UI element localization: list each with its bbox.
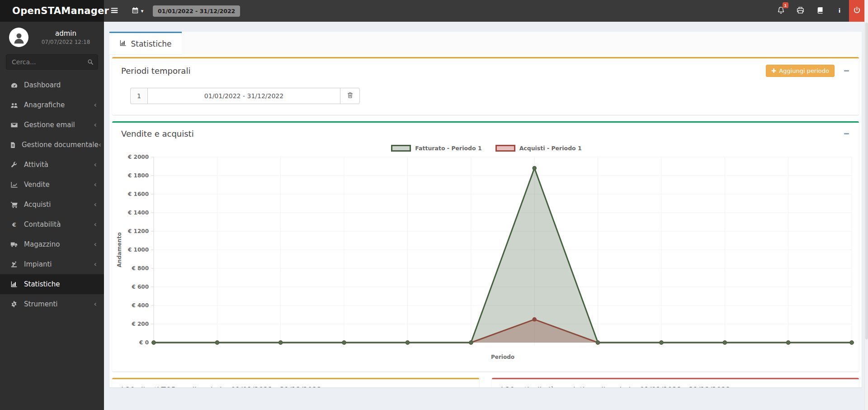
top-clients-header: I 20 clienti TOP per il periodo: 01/01/2… (112, 379, 479, 387)
legend-label: Acquisti - Periodo 1 (519, 145, 582, 152)
euro-icon: € (9, 221, 19, 228)
info-button[interactable]: i (830, 0, 849, 22)
sidebar-item-label: Acquisti (24, 200, 94, 209)
power-icon (853, 6, 861, 15)
top-articles-panel: I 20 articoli più venduti per il periodo… (492, 378, 859, 387)
top-articles-header: I 20 articoli più venduti per il periodo… (492, 379, 859, 387)
bar-chart-icon (119, 39, 127, 48)
hamburger-icon (110, 6, 118, 16)
tachometer-icon (9, 81, 19, 89)
sidebar-menu: DashboardAnagrafiche‹Gestione email‹Gest… (0, 75, 104, 314)
period-range-input[interactable] (147, 88, 340, 104)
printer-icon (797, 6, 804, 15)
delete-period-button[interactable] (340, 88, 360, 104)
top-clients-panel: I 20 clienti TOP per il periodo: 01/01/2… (112, 378, 479, 387)
sidebar-item-contabilità[interactable]: €Contabilità‹ (0, 215, 104, 234)
topbar-actions: 1 i (771, 0, 864, 22)
period-index: 1 (130, 88, 147, 104)
main-content: Statistiche Periodi temporali ✚ Aggiungi… (104, 22, 864, 410)
periods-panel-title: Periodi temporali (121, 66, 766, 76)
tab-statistiche[interactable]: Statistiche (109, 32, 182, 54)
svg-text:€ 1600: € 1600 (127, 191, 149, 197)
wrench-icon (9, 161, 19, 168)
sidebar-item-label: Gestione email (24, 121, 94, 129)
add-period-button[interactable]: ✚ Aggiungi periodo (766, 65, 835, 77)
legend-label: Fatturato - Periodo 1 (415, 145, 481, 152)
sidebar-item-label: Strumenti (24, 300, 94, 308)
sidebar-item-label: Dashboard (24, 81, 97, 89)
sales-panel: Vendite e acquisti Fatturato - Periodo 1… (112, 121, 859, 372)
svg-text:€ 1800: € 1800 (127, 172, 149, 179)
sidebar-item-label: Statistiche (24, 280, 97, 288)
bottom-row: I 20 clienti TOP per il periodo: 01/01/2… (112, 378, 859, 387)
sidebar-item-impianti[interactable]: Impianti‹ (0, 254, 104, 274)
sales-chart: € 0€ 200€ 400€ 600€ 800€ 1000€ 1200€ 140… (114, 153, 854, 362)
legend-item[interactable]: Fatturato - Periodo 1 (391, 145, 481, 152)
bar-chart-icon (9, 281, 19, 288)
chevron-left-icon: ‹ (94, 161, 97, 168)
chart-body: Fatturato - Periodo 1Acquisti - Periodo … (112, 144, 859, 372)
legend-item[interactable]: Acquisti - Periodo 1 (495, 145, 582, 152)
tabs-row: Statistiche (109, 32, 862, 54)
calendar-dropdown-button[interactable] (127, 0, 147, 22)
search-input[interactable] (6, 54, 98, 70)
users-icon (9, 101, 19, 109)
page-scrollbar[interactable] (864, 0, 868, 410)
collapse-top-articles-button[interactable] (843, 386, 850, 388)
svg-text:Periodo: Periodo (491, 354, 514, 360)
logout-button[interactable] (849, 0, 864, 22)
sidebar-item-statistiche[interactable]: Statistiche (0, 274, 104, 294)
sidebar-search (6, 54, 98, 70)
chart-legend: Fatturato - Periodo 1Acquisti - Periodo … (114, 144, 859, 153)
svg-text:i: i (838, 7, 840, 14)
periods-body: 1 (112, 82, 859, 115)
sidebar-item-gestione-email[interactable]: Gestione email‹ (0, 115, 104, 135)
sidebar-item-strumenti[interactable]: Strumenti‹ (0, 294, 104, 314)
scrollbar-thumb[interactable] (865, 23, 868, 339)
user-datetime: 07/07/2022 12:18 (34, 39, 98, 45)
collapse-top-clients-button[interactable] (463, 386, 470, 388)
periods-panel-header: Periodi temporali ✚ Aggiungi periodo (112, 58, 859, 82)
tab-label: Statistiche (131, 39, 171, 48)
svg-text:€ 400: € 400 (131, 302, 149, 309)
svg-text:€: € (12, 221, 16, 228)
svg-text:€ 600: € 600 (131, 284, 149, 290)
envelope-icon (9, 121, 19, 129)
sidebar-item-vendite[interactable]: Vendite‹ (0, 175, 104, 195)
top-articles-title: I 20 articoli più venduti per il periodo… (501, 386, 835, 387)
top-navbar: OpenSTAManager 01/01/2022 - 31/12/2022 1 (0, 0, 868, 22)
sidebar-item-label: Anagrafiche (24, 101, 94, 109)
sidebar-item-gestione-documentale[interactable]: Gestione documentale‹ (0, 135, 104, 155)
book-icon (816, 7, 824, 15)
svg-text:€ 1200: € 1200 (127, 228, 149, 234)
notification-count-badge: 1 (783, 2, 788, 8)
sidebar-item-magazzino[interactable]: Magazzino‹ (0, 234, 104, 254)
document-icon (9, 142, 16, 148)
openstamanager-app: OpenSTAManager 01/01/2022 - 31/12/2022 1 (0, 0, 868, 410)
svg-text:€ 2000: € 2000 (127, 154, 149, 160)
date-range-chip[interactable]: 01/01/2022 - 31/12/2022 (153, 5, 240, 17)
sidebar-item-acquisti[interactable]: Acquisti‹ (0, 195, 104, 215)
chevron-left-icon: ‹ (94, 101, 97, 109)
chevron-left-icon: ‹ (94, 221, 97, 228)
sidebar-item-dashboard[interactable]: Dashboard (0, 75, 104, 95)
truck-icon (9, 241, 19, 248)
chart-line-icon (9, 181, 19, 189)
robot-arm-icon (9, 261, 19, 268)
docs-button[interactable] (810, 0, 830, 22)
legend-swatch (391, 145, 411, 152)
notifications-button[interactable]: 1 (771, 0, 791, 22)
sales-panel-header: Vendite e acquisti (112, 123, 859, 144)
chevron-left-icon: ‹ (94, 181, 97, 188)
collapse-periods-button[interactable] (843, 67, 850, 75)
chevron-left-icon: ‹ (99, 141, 101, 148)
collapse-sales-button[interactable] (843, 130, 850, 138)
sidebar-item-anagrafiche[interactable]: Anagrafiche‹ (0, 95, 104, 115)
print-button[interactable] (791, 0, 810, 22)
svg-text:€ 1400: € 1400 (127, 210, 149, 216)
sidebar-item-attività[interactable]: Attività‹ (0, 155, 104, 175)
avatar (9, 28, 28, 47)
periods-panel: Periodi temporali ✚ Aggiungi periodo 1 (112, 57, 859, 115)
sidebar-toggle-button[interactable] (104, 0, 125, 22)
search-icon[interactable] (87, 58, 94, 67)
